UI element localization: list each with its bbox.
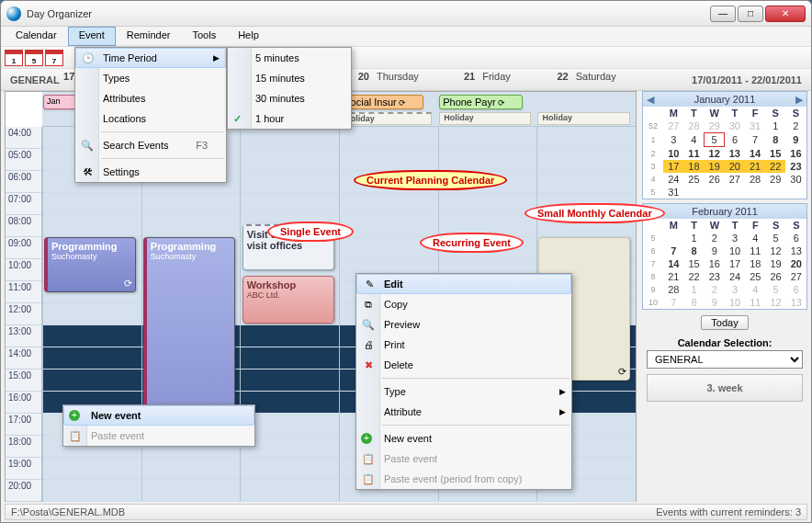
context-print[interactable]: 🖨Print: [356, 335, 571, 355]
calendar-day[interactable]: 19: [766, 257, 786, 270]
week-button[interactable]: 3. week: [647, 374, 803, 402]
calendar-day[interactable]: 4: [745, 232, 765, 244]
calendar-day[interactable]: 5: [766, 232, 786, 244]
calendar-day[interactable]: 12: [766, 244, 786, 257]
calendar-day[interactable]: 17: [725, 257, 745, 270]
time-1hour[interactable]: ✓1 hour: [228, 108, 351, 129]
calendar-day[interactable]: 6: [786, 232, 806, 244]
calendar-day[interactable]: 15: [684, 257, 705, 270]
calendar-day[interactable]: 31: [745, 119, 765, 133]
calendar-day[interactable]: 18: [745, 257, 765, 270]
time-30min[interactable]: 30 minutes: [228, 88, 351, 108]
calendar-day[interactable]: 6: [786, 283, 806, 296]
calendar-day[interactable]: 13: [725, 147, 745, 161]
next-month-icon[interactable]: ▶: [795, 94, 803, 106]
calendar-day[interactable]: 21: [663, 270, 683, 283]
menu-calendar[interactable]: Calendar: [5, 27, 68, 46]
calendar-day[interactable]: 25: [683, 173, 704, 186]
all-day-event[interactable]: Social Insur ⟳: [340, 95, 423, 109]
calendar-day[interactable]: 22: [684, 270, 705, 283]
calendar-day[interactable]: 30: [725, 119, 745, 133]
calendar-day[interactable]: 18: [683, 160, 704, 173]
calendar-day[interactable]: 12: [766, 296, 786, 309]
calendar-day[interactable]: 4: [745, 283, 765, 296]
calendar-day[interactable]: 1: [684, 232, 705, 244]
menu-time-period[interactable]: 🕒 Time Period▶: [75, 48, 226, 68]
calendar-day[interactable]: 2: [705, 283, 725, 296]
calendar-day[interactable]: [725, 186, 745, 199]
calendar-day[interactable]: 11: [745, 296, 765, 309]
month-calendar-1[interactable]: ◀January 2011▶ MTWTFSS522728293031121345…: [642, 91, 807, 199]
calendar-day[interactable]: [785, 186, 806, 199]
calendar-day[interactable]: 20: [786, 257, 806, 270]
calendar-day[interactable]: 17: [663, 160, 683, 173]
close-button[interactable]: ✕: [765, 6, 806, 22]
calendar-day[interactable]: 10: [663, 147, 683, 161]
context-paste-event[interactable]: 📋Paste event: [356, 449, 571, 469]
calendar-day[interactable]: 6: [725, 133, 745, 147]
context-type[interactable]: Type▶: [356, 381, 571, 402]
calendar-day[interactable]: 7: [663, 296, 683, 309]
context-copy[interactable]: ⧉Copy: [356, 294, 571, 314]
holiday-event[interactable]: Holiday: [537, 112, 629, 125]
prev-month-icon[interactable]: ◀: [647, 94, 654, 106]
calendar-day[interactable]: 5: [705, 133, 725, 147]
month-calendar-2[interactable]: February 2011 MTWTFSS5123456678910111213…: [642, 203, 807, 310]
calendar-day[interactable]: [705, 186, 725, 199]
calendar-day[interactable]: 30: [785, 173, 806, 186]
menu-settings[interactable]: 🛠 Settings: [75, 162, 226, 182]
calendar-event[interactable]: Programming Suchomasty ⟳: [44, 237, 136, 292]
calendar-day[interactable]: 20: [725, 160, 745, 173]
view-week-icon[interactable]: 7: [45, 50, 63, 66]
menu-types[interactable]: Types: [75, 68, 226, 88]
calendar-day[interactable]: 25: [745, 270, 765, 283]
calendar-day[interactable]: 29: [705, 119, 725, 133]
calendar-day[interactable]: 11: [745, 244, 765, 257]
context-preview[interactable]: 🔍Preview: [356, 314, 571, 335]
calendar-day[interactable]: 24: [725, 270, 745, 283]
calendar-day[interactable]: 13: [786, 244, 806, 257]
calendar-day[interactable]: 9: [705, 244, 725, 257]
context-new-event[interactable]: +New event: [356, 428, 571, 449]
today-button[interactable]: Today: [701, 315, 748, 330]
calendar-day[interactable]: 16: [705, 257, 725, 270]
calendar-event[interactable]: Workshop ABC Ltd.: [242, 276, 334, 324]
calendar-day[interactable]: 8: [765, 133, 785, 147]
calendar-day[interactable]: 11: [683, 147, 704, 161]
calendar-day[interactable]: 23: [705, 270, 725, 283]
calendar-day[interactable]: 31: [663, 186, 683, 199]
calendar-day[interactable]: 3: [663, 133, 683, 147]
menu-attributes[interactable]: Attributes: [75, 88, 226, 108]
calendar-day[interactable]: 27: [725, 173, 745, 186]
maximize-button[interactable]: □: [738, 6, 763, 22]
calendar-day[interactable]: 13: [786, 296, 806, 309]
calendar-day[interactable]: 5: [766, 283, 786, 296]
calendar-day[interactable]: 7: [663, 244, 683, 257]
calendar-day[interactable]: 26: [766, 270, 786, 283]
calendar-day[interactable]: 2: [785, 119, 806, 133]
menu-reminder[interactable]: Reminder: [116, 27, 182, 46]
menu-search-events[interactable]: 🔍 Search EventsF3: [75, 135, 226, 155]
context-edit[interactable]: ✎Edit: [356, 274, 571, 294]
minimize-button[interactable]: —: [710, 6, 736, 22]
calendar-day[interactable]: 24: [663, 173, 683, 186]
calendar-day[interactable]: 8: [684, 244, 705, 257]
calendar-day[interactable]: 15: [765, 147, 785, 161]
menu-locations[interactable]: Locations: [75, 108, 226, 129]
context-attribute[interactable]: Attribute▶: [356, 402, 571, 422]
calendar-day[interactable]: 1: [765, 119, 785, 133]
calendar-day[interactable]: 16: [785, 147, 806, 161]
calendar-day[interactable]: 7: [745, 133, 765, 147]
calendar-day[interactable]: 8: [684, 296, 705, 309]
calendar-day[interactable]: 1: [684, 283, 705, 296]
context-new-event[interactable]: + New event: [63, 405, 254, 426]
calendar-day[interactable]: 9: [785, 133, 806, 147]
view-day-icon[interactable]: 1: [5, 50, 23, 66]
calendar-day[interactable]: [683, 186, 704, 199]
calendar-day[interactable]: 2: [705, 232, 725, 244]
holiday-event[interactable]: Holiday: [340, 112, 432, 125]
context-paste-period[interactable]: 📋Paste event (period from copy): [356, 469, 571, 489]
calendar-day[interactable]: 23: [785, 160, 806, 173]
calendar-day[interactable]: 19: [705, 160, 725, 173]
menu-event[interactable]: Event: [68, 27, 116, 46]
